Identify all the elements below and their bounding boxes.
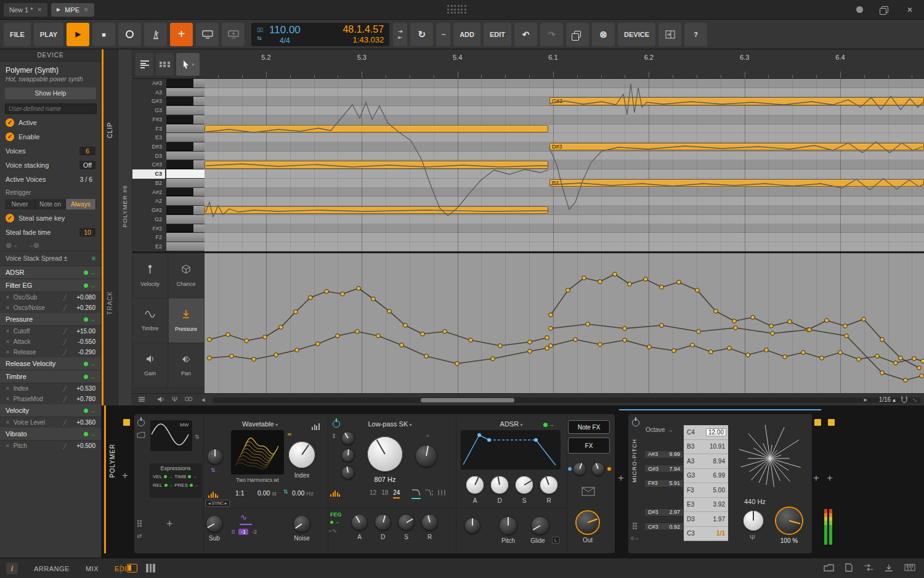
filter-keytrack-knob[interactable] xyxy=(341,466,355,479)
reference-knob[interactable] xyxy=(743,510,764,531)
piano-key[interactable] xyxy=(166,152,205,161)
track-name-vertical[interactable]: POLYMER #6 xyxy=(121,185,128,227)
piano-key[interactable] xyxy=(166,188,205,197)
mod-source-row[interactable]: Velocity→ xyxy=(0,404,101,417)
mod-target-row[interactable]: ✕Release╱-0.290 xyxy=(0,347,101,357)
add-device-button[interactable]: + xyxy=(827,472,833,484)
micropitch-row-d3[interactable]: D31.97 xyxy=(684,512,728,527)
piano-key[interactable] xyxy=(166,79,205,88)
link-icon[interactable] xyxy=(184,396,193,404)
piano-key[interactable] xyxy=(166,224,205,234)
expression-graph[interactable] xyxy=(205,253,924,393)
time-signature-display[interactable]: 4/4 xyxy=(269,36,301,45)
tab-clip[interactable]: CLIP xyxy=(107,122,113,138)
micropitch-row-fs3[interactable]: F#35.91 xyxy=(644,479,684,487)
expression-lane-timbre[interactable]: Timbre xyxy=(132,298,168,343)
mod-target-row[interactable]: ✕Pitch╱+0.500 xyxy=(0,441,101,451)
knob-r[interactable] xyxy=(421,514,438,531)
detune-value[interactable]: 2.97 xyxy=(669,509,683,515)
play-menu-button[interactable]: PLAY xyxy=(34,23,63,46)
chain-start-marker[interactable] xyxy=(123,419,130,426)
mod-amount-value[interactable]: -0.290 xyxy=(71,349,95,356)
filter-drive-knob[interactable] xyxy=(341,431,355,445)
piano-key-row[interactable]: D3 xyxy=(132,152,205,161)
filter-power-button[interactable] xyxy=(333,420,340,428)
panel-toggle-button[interactable] xyxy=(659,23,681,46)
fold-keys-button[interactable] xyxy=(156,53,174,76)
sync-toggle[interactable]: ◂ SYNC ▸ xyxy=(205,500,230,507)
stacking-value[interactable]: Off xyxy=(79,161,95,169)
envelope-display[interactable] xyxy=(461,430,561,470)
mod-amount-value[interactable]: +0.360 xyxy=(71,419,95,426)
status-dot[interactable] xyxy=(856,6,863,13)
piano-key-row[interactable]: G2 xyxy=(132,215,205,224)
micropitch-row-as3[interactable]: A#39.99 xyxy=(644,450,684,458)
detune-value[interactable]: 7.94 xyxy=(669,466,683,472)
piano-key-row[interactable]: F3 xyxy=(132,124,205,134)
piano-key[interactable] xyxy=(166,179,205,188)
tempo-display[interactable]: 110.00 xyxy=(269,24,301,36)
horizontal-scrollbar[interactable] xyxy=(213,397,921,403)
detune-value[interactable]: 9.99 xyxy=(669,451,683,457)
micro-pitch-device[interactable]: MICRO-PITCH o→ Octave → C412.00B310.91A#… xyxy=(628,414,812,553)
filter-slope-12[interactable]: 12 xyxy=(370,489,376,499)
note[interactable]: D#3 xyxy=(549,143,924,150)
retrigger-never[interactable]: Never xyxy=(5,199,35,210)
micropitch-row-e3[interactable]: E33.92 xyxy=(684,498,728,513)
mod-amount-value[interactable]: +0.260 xyxy=(71,304,95,311)
out-knob[interactable] xyxy=(577,511,599,534)
micropitch-row-g3[interactable]: G36.99 xyxy=(684,469,728,484)
expression-vel[interactable]: VEL→ xyxy=(153,474,174,479)
slope-shape-icon-2[interactable] xyxy=(424,489,434,497)
piano-key-row[interactable]: F#2 xyxy=(132,224,205,234)
project-tab[interactable]: ▶MPE✕ xyxy=(51,3,94,17)
close-icon[interactable]: ✕ xyxy=(38,7,43,13)
mod-source-row[interactable]: Release Velocity→ xyxy=(0,357,101,370)
piano-key[interactable] xyxy=(166,160,205,169)
micropitch-power-button[interactable] xyxy=(632,419,639,426)
offset-value[interactable]: 0.00 Hz xyxy=(292,489,314,497)
remove-mod-icon[interactable]: ✕ xyxy=(6,339,10,344)
detune-value[interactable]: 1.97 xyxy=(713,516,728,523)
mod-target-row[interactable]: ✕Osc/Sub╱+0.080 xyxy=(0,292,101,303)
note-grid[interactable]: G#3D#3B2 xyxy=(205,79,924,251)
piano-key-row[interactable]: E3 xyxy=(132,133,205,142)
keyboard-icon[interactable] xyxy=(904,564,915,571)
info-button[interactable]: i xyxy=(6,563,18,574)
sub-octave-0[interactable]: 0 xyxy=(230,529,236,535)
filter-env-amount-knob[interactable] xyxy=(341,449,355,462)
detune-value[interactable]: 1/1 xyxy=(716,530,728,537)
mod-source-row[interactable]: Pressure→ xyxy=(0,313,101,326)
scroll-left-icon[interactable]: ◂ xyxy=(201,396,205,404)
piano-key[interactable] xyxy=(166,106,205,115)
micropitch-row-a3[interactable]: A38.94 xyxy=(684,454,728,469)
expression-pres[interactable]: PRES→ xyxy=(174,482,198,488)
undo-button[interactable]: ↶ xyxy=(514,23,537,46)
piano-key[interactable] xyxy=(166,233,205,242)
amount-knob[interactable] xyxy=(776,508,802,534)
piano-key-row[interactable]: C#3 xyxy=(132,160,205,169)
piano-key-row[interactable]: B2 xyxy=(132,179,205,188)
micropitch-row-f3[interactable]: F35.00 xyxy=(684,483,728,498)
clip-record-button[interactable]: + xyxy=(170,23,193,46)
mod-target-row[interactable]: ✕Cutoff╱+15.00 xyxy=(0,326,101,336)
expression-lane-pressure[interactable]: Pressure xyxy=(169,298,205,343)
chain-end-marker-2[interactable] xyxy=(828,419,835,426)
output-routing-icon[interactable]: o→ xyxy=(631,535,639,541)
fx-knob-2[interactable] xyxy=(591,462,605,476)
piano-key[interactable] xyxy=(166,242,205,251)
piano-key[interactable] xyxy=(166,133,205,142)
noise-knob[interactable] xyxy=(293,515,310,532)
pointer-tool-button[interactable]: ▾ xyxy=(176,53,200,76)
piano-key[interactable] xyxy=(166,215,205,224)
micropitch-row-cs3[interactable]: C#30.92 xyxy=(644,523,684,531)
comb-icon[interactable] xyxy=(437,489,446,497)
piano-key-row[interactable]: A#2 xyxy=(132,188,205,197)
piano-key[interactable] xyxy=(166,97,205,106)
preset-folder-icon[interactable] xyxy=(137,431,145,438)
scroll-right-icon[interactable]: ▸ xyxy=(864,396,867,404)
micropitch-row-c3[interactable]: C31/1 xyxy=(684,527,728,542)
browser-icon[interactable] xyxy=(824,564,834,572)
knob-s[interactable] xyxy=(398,514,415,531)
time-display[interactable]: 1:43.032 xyxy=(342,35,384,44)
